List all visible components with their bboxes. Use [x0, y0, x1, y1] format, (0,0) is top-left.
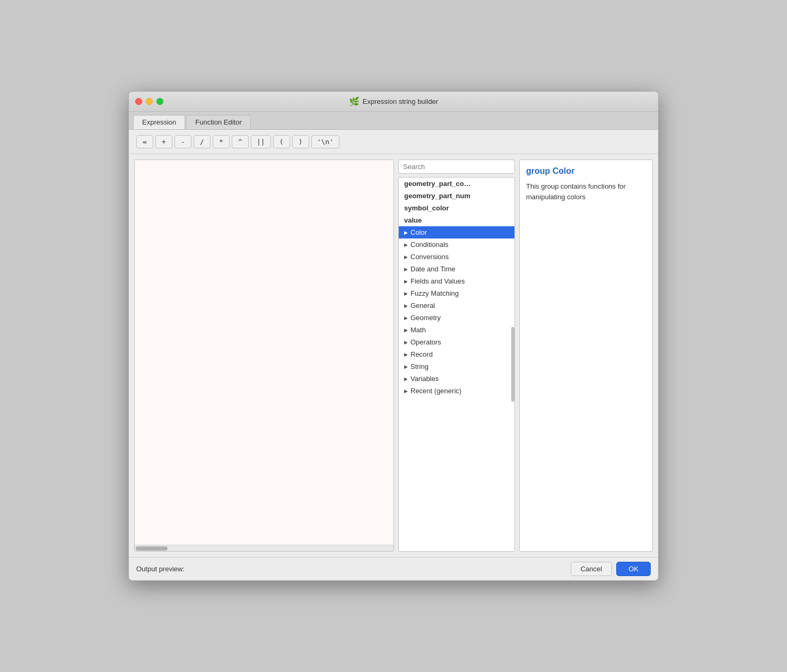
list-item-geo-part-num[interactable]: geometry_part_num — [399, 190, 514, 202]
arrow-icon-conversions: ▶ — [404, 254, 408, 260]
ok-button[interactable]: OK — [616, 562, 651, 576]
group-label-recent: Recent (generic) — [410, 387, 461, 395]
cancel-button[interactable]: Cancel — [571, 562, 612, 576]
arrow-icon-date-time: ▶ — [404, 267, 408, 272]
detail-panel: group Color This group contains function… — [519, 160, 653, 552]
op-close-paren[interactable]: ) — [292, 135, 309, 148]
group-label-general: General — [410, 302, 435, 310]
close-button[interactable] — [135, 98, 142, 105]
op-minus[interactable]: - — [174, 135, 191, 148]
group-label-fuzzy: Fuzzy Matching — [410, 289, 459, 297]
group-label-math: Math — [410, 326, 426, 334]
detail-title: group Color — [526, 166, 646, 176]
expression-panel — [134, 160, 394, 552]
function-list: geometry_part_co… geometry_part_num symb… — [398, 177, 515, 552]
op-multiply[interactable]: * — [213, 135, 230, 148]
op-caret[interactable]: ^ — [232, 135, 249, 148]
arrow-icon-fuzzy: ▶ — [404, 291, 408, 296]
list-item-fields-values[interactable]: ▶ Fields and Values — [399, 275, 514, 287]
list-item-conditionals[interactable]: ▶ Conditionals — [399, 238, 514, 251]
traffic-lights — [135, 98, 163, 105]
list-scrollbar[interactable] — [511, 327, 514, 402]
group-label-geometry: Geometry — [410, 314, 441, 322]
middle-panel: geometry_part_co… geometry_part_num symb… — [398, 160, 515, 552]
group-label-date-time: Date and Time — [410, 265, 456, 273]
op-newline[interactable]: '\n' — [311, 135, 339, 148]
list-item-date-time[interactable]: ▶ Date and Time — [399, 263, 514, 275]
operator-toolbar: = + - / * ^ || ( ) '\n' — [129, 130, 658, 154]
group-label-record: Record — [410, 350, 433, 358]
expression-scrollbar[interactable] — [135, 545, 394, 551]
list-item-value[interactable]: value — [399, 214, 514, 226]
list-item-math[interactable]: ▶ Math — [399, 324, 514, 336]
arrow-icon-conditionals: ▶ — [404, 242, 408, 247]
op-or[interactable]: || — [251, 135, 271, 148]
list-item-variables[interactable]: ▶ Variables — [399, 373, 514, 385]
maximize-button[interactable] — [156, 98, 163, 105]
list-item-color[interactable]: ▶ Color — [399, 226, 514, 238]
list-item-geo-part-co[interactable]: geometry_part_co… — [399, 178, 514, 190]
scrollbar-thumb — [136, 546, 168, 551]
tab-expression[interactable]: Expression — [133, 115, 185, 129]
group-label-fields-values: Fields and Values — [410, 277, 465, 285]
arrow-icon-math: ▶ — [404, 328, 408, 333]
list-item-symbol-color[interactable]: symbol_color — [399, 202, 514, 214]
list-item-recent[interactable]: ▶ Recent (generic) — [399, 385, 514, 397]
main-window: 🌿 Expression string builder Expression F… — [128, 91, 659, 581]
group-label-operators: Operators — [410, 338, 441, 346]
detail-description: This group contains functions for manipu… — [526, 181, 646, 202]
output-preview-label: Output preview: — [136, 565, 185, 573]
main-content: geometry_part_co… geometry_part_num symb… — [129, 154, 658, 557]
arrow-icon-operators: ▶ — [404, 340, 408, 345]
arrow-icon-color: ▶ — [404, 230, 408, 235]
footer-buttons: Cancel OK — [571, 562, 651, 576]
footer: Output preview: Cancel OK — [129, 557, 658, 580]
list-item-record[interactable]: ▶ Record — [399, 348, 514, 360]
tab-function-editor[interactable]: Function Editor — [186, 115, 250, 129]
op-divide[interactable]: / — [194, 135, 211, 148]
expression-input[interactable] — [135, 160, 394, 545]
app-icon: 🌿 — [349, 96, 360, 107]
arrow-icon-fields-values: ▶ — [404, 279, 408, 284]
group-label-variables: Variables — [410, 375, 439, 383]
group-label-color: Color — [410, 228, 427, 236]
window-title: 🌿 Expression string builder — [349, 96, 438, 107]
arrow-icon-general: ▶ — [404, 303, 408, 308]
list-item-general[interactable]: ▶ General — [399, 299, 514, 312]
op-plus[interactable]: + — [155, 135, 172, 148]
list-item-string[interactable]: ▶ String — [399, 360, 514, 373]
search-input[interactable] — [398, 160, 515, 174]
minimize-button[interactable] — [146, 98, 153, 105]
list-item-operators[interactable]: ▶ Operators — [399, 336, 514, 348]
arrow-icon-variables: ▶ — [404, 376, 408, 382]
tab-bar: Expression Function Editor — [129, 112, 658, 130]
op-equals[interactable]: = — [136, 135, 153, 148]
arrow-icon-geometry: ▶ — [404, 315, 408, 321]
titlebar: 🌿 Expression string builder — [129, 92, 658, 112]
arrow-icon-string: ▶ — [404, 364, 408, 369]
arrow-icon-record: ▶ — [404, 352, 408, 357]
group-label-string: String — [410, 362, 429, 370]
list-item-conversions[interactable]: ▶ Conversions — [399, 251, 514, 263]
list-item-geometry[interactable]: ▶ Geometry — [399, 312, 514, 324]
op-open-paren[interactable]: ( — [273, 135, 290, 148]
group-label-conditionals: Conditionals — [410, 241, 449, 249]
group-label-conversions: Conversions — [410, 253, 449, 261]
title-text: Expression string builder — [363, 98, 438, 105]
list-item-fuzzy[interactable]: ▶ Fuzzy Matching — [399, 287, 514, 299]
arrow-icon-recent: ▶ — [404, 388, 408, 394]
